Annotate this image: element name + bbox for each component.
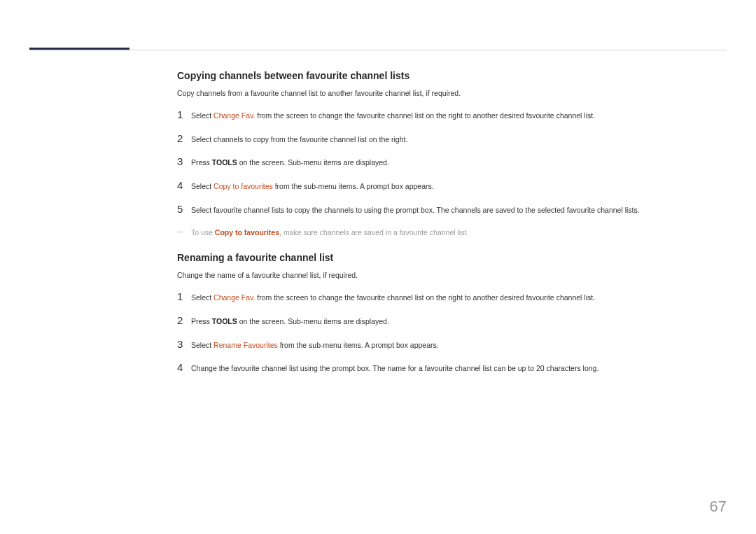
accent-text: Copy to favourites — [215, 228, 279, 237]
accent-text: Change Fav. — [214, 111, 255, 120]
page-content: Copying channels between favourite chann… — [177, 70, 727, 386]
step: 3 Press TOOLS on the screen. Sub-menu it… — [177, 156, 727, 169]
accent-text: Rename Favourites — [214, 341, 278, 349]
note: ― To use Copy to favourites, make sure c… — [177, 227, 727, 239]
section-title: Renaming a favourite channel list — [177, 252, 727, 263]
step: 2 Press TOOLS on the screen. Sub-menu it… — [177, 315, 727, 328]
step-text: Select Change Fav. from the screen to ch… — [191, 109, 595, 122]
step-text: Select Rename Favourites from the sub-me… — [191, 339, 439, 351]
section-copying: Copying channels between favourite chann… — [177, 70, 727, 238]
step: 3 Select Rename Favourites from the sub-… — [177, 339, 727, 351]
step-number: 4 — [177, 180, 191, 192]
bold-text: TOOLS — [212, 317, 237, 325]
step-number: 4 — [177, 362, 191, 374]
step-text: Press TOOLS on the screen. Sub-menu item… — [191, 315, 389, 328]
page-number: 67 — [710, 498, 727, 516]
step: 4 Change the favourite channel list usin… — [177, 362, 727, 374]
step-number: 2 — [177, 133, 191, 145]
step-text: Change the favourite channel list using … — [191, 362, 598, 374]
step-number: 5 — [177, 204, 191, 216]
step-number: 3 — [177, 156, 191, 168]
step-text: Press TOOLS on the screen. Sub-menu item… — [191, 156, 389, 169]
header-rule — [29, 50, 727, 50]
step: 5 Select favourite channel lists to copy… — [177, 204, 727, 216]
step: 1 Select Change Fav. from the screen to … — [177, 109, 727, 122]
step-text: Select Copy to favourites from the sub-m… — [191, 180, 434, 192]
step-text: Select favourite channel lists to copy t… — [191, 204, 640, 216]
step: 1 Select Change Fav. from the screen to … — [177, 291, 727, 304]
step-text: Select channels to copy from the favouri… — [191, 133, 407, 146]
step: 2 Select channels to copy from the favou… — [177, 133, 727, 146]
section-intro: Change the name of a favourite channel l… — [177, 270, 727, 281]
step-number: 1 — [177, 109, 191, 121]
accent-text: Change Fav. — [214, 293, 255, 302]
accent-text: Copy to favourites — [214, 182, 273, 190]
section-renaming: Renaming a favourite channel list Change… — [177, 252, 727, 374]
step: 4 Select Copy to favourites from the sub… — [177, 180, 727, 192]
note-dash-icon: ― — [177, 227, 191, 235]
step-number: 1 — [177, 291, 191, 303]
section-title: Copying channels between favourite chann… — [177, 70, 727, 81]
bold-text: TOOLS — [212, 158, 237, 167]
section-intro: Copy channels from a favourite channel l… — [177, 88, 727, 99]
step-number: 3 — [177, 339, 191, 351]
note-text: To use Copy to favourites, make sure cha… — [191, 227, 468, 239]
step-number: 2 — [177, 315, 191, 327]
step-text: Select Change Fav. from the screen to ch… — [191, 291, 595, 304]
